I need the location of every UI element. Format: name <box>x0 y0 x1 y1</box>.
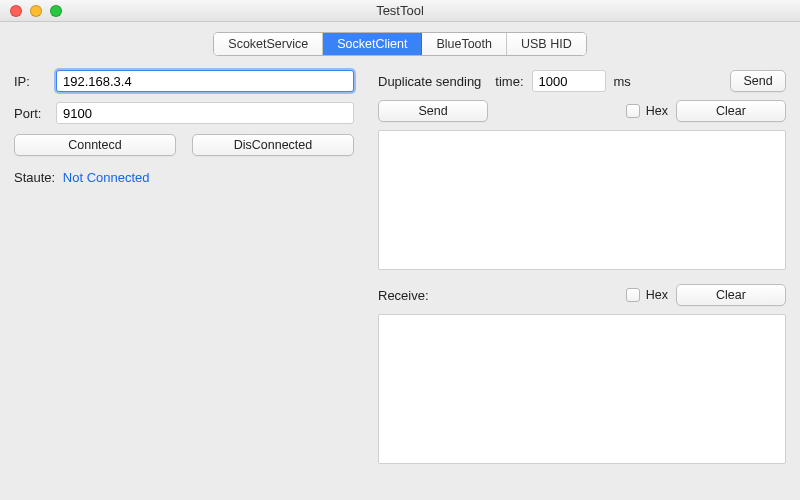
checkbox-icon <box>626 288 640 302</box>
zoom-icon[interactable] <box>50 5 62 17</box>
tab-bar: ScoketService SocketClient BlueTooth USB… <box>14 32 786 56</box>
connection-panel: IP: Port: Conntecd DisConnected Staute: … <box>14 70 354 464</box>
receive-clear-button[interactable]: Clear <box>676 284 786 306</box>
time-input[interactable] <box>532 70 606 92</box>
tab-socketservice[interactable]: ScoketService <box>214 33 323 55</box>
close-icon[interactable] <box>10 5 22 17</box>
tab-segment: ScoketService SocketClient BlueTooth USB… <box>213 32 586 56</box>
duplicate-sending-label: Duplicate sending <box>378 74 481 89</box>
send-hex-checkbox[interactable]: Hex <box>626 104 668 118</box>
connect-button[interactable]: Conntecd <box>14 134 176 156</box>
send-button[interactable]: Send <box>378 100 488 122</box>
tab-usbhid[interactable]: USB HID <box>507 33 586 55</box>
time-unit-label: ms <box>614 74 631 89</box>
status-value: Not Connected <box>63 170 150 185</box>
ip-input[interactable] <box>56 70 354 92</box>
receive-hex-checkbox[interactable]: Hex <box>626 288 668 302</box>
send-textarea[interactable] <box>378 130 786 270</box>
minimize-icon[interactable] <box>30 5 42 17</box>
window-title: TestTool <box>0 3 800 18</box>
io-panel: Duplicate sending time: ms Send Send Hex… <box>378 70 786 464</box>
tab-socketclient[interactable]: SocketClient <box>323 33 422 55</box>
window-titlebar: TestTool <box>0 0 800 22</box>
window-controls <box>10 5 62 17</box>
receive-hex-label: Hex <box>646 288 668 302</box>
send-hex-label: Hex <box>646 104 668 118</box>
port-input[interactable] <box>56 102 354 124</box>
time-label: time: <box>495 74 523 89</box>
window-content: ScoketService SocketClient BlueTooth USB… <box>0 22 800 470</box>
disconnect-button[interactable]: DisConnected <box>192 134 354 156</box>
receive-label: Receive: <box>378 288 429 303</box>
receive-textarea[interactable] <box>378 314 786 464</box>
send-clear-button[interactable]: Clear <box>676 100 786 122</box>
duplicate-send-button[interactable]: Send <box>730 70 786 92</box>
checkbox-icon <box>626 104 640 118</box>
ip-label: IP: <box>14 74 56 89</box>
status-label: Staute: <box>14 170 55 185</box>
port-label: Port: <box>14 106 56 121</box>
tab-bluetooth[interactable]: BlueTooth <box>422 33 507 55</box>
